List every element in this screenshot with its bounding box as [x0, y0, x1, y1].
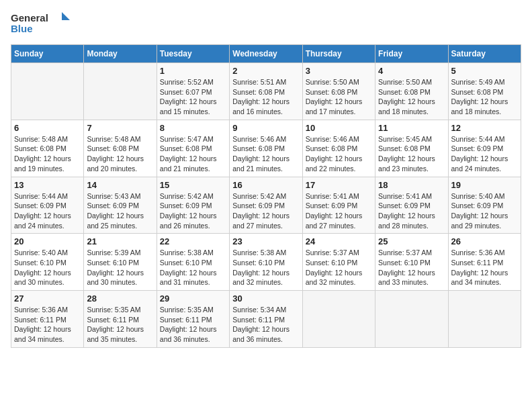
day-info: Sunrise: 5:48 AMSunset: 6:08 PMDaylight:… [87, 134, 153, 174]
day-info: Sunrise: 5:47 AMSunset: 6:08 PMDaylight:… [160, 134, 226, 174]
day-info: Sunrise: 5:50 AMSunset: 6:08 PMDaylight:… [378, 77, 445, 117]
day-info: Sunrise: 5:50 AMSunset: 6:08 PMDaylight:… [306, 77, 372, 117]
calendar-cell [375, 291, 448, 348]
day-number: 8 [160, 123, 226, 133]
calendar-cell: 30Sunrise: 5:34 AMSunset: 6:11 PMDayligh… [230, 291, 302, 348]
day-number: 5 [451, 66, 518, 76]
day-info: Sunrise: 5:41 AMSunset: 6:09 PMDaylight:… [378, 191, 445, 231]
day-info: Sunrise: 5:46 AMSunset: 6:08 PMDaylight:… [306, 134, 372, 174]
day-number: 24 [306, 236, 372, 246]
day-info: Sunrise: 5:40 AMSunset: 6:10 PMDaylight:… [14, 248, 81, 287]
day-number: 11 [378, 123, 445, 133]
weekday-header-monday: Monday [84, 45, 157, 63]
calendar-cell: 23Sunrise: 5:38 AMSunset: 6:10 PMDayligh… [230, 234, 302, 291]
weekday-header-tuesday: Tuesday [157, 45, 229, 63]
weekday-header-thursday: Thursday [302, 45, 375, 63]
day-info: Sunrise: 5:51 AMSunset: 6:08 PMDaylight:… [232, 77, 299, 117]
day-number: 30 [232, 293, 299, 304]
calendar-cell: 18Sunrise: 5:41 AMSunset: 6:09 PMDayligh… [375, 177, 448, 234]
day-number: 21 [87, 236, 153, 246]
calendar-cell: 26Sunrise: 5:36 AMSunset: 6:11 PMDayligh… [448, 234, 521, 291]
calendar-cell: 29Sunrise: 5:35 AMSunset: 6:11 PMDayligh… [157, 291, 229, 348]
weekday-header-saturday: Saturday [448, 45, 521, 63]
calendar-cell: 24Sunrise: 5:37 AMSunset: 6:10 PMDayligh… [302, 234, 375, 291]
day-number: 13 [14, 180, 81, 190]
day-info: Sunrise: 5:52 AMSunset: 6:07 PMDaylight:… [160, 77, 226, 117]
calendar-week-row: 27Sunrise: 5:36 AMSunset: 6:11 PMDayligh… [11, 291, 521, 348]
day-number: 23 [232, 236, 299, 246]
day-number: 28 [87, 293, 153, 304]
day-info: Sunrise: 5:44 AMSunset: 6:09 PMDaylight:… [451, 134, 518, 174]
day-number: 25 [378, 236, 445, 246]
day-number: 27 [14, 293, 81, 304]
calendar-cell [84, 63, 157, 120]
day-info: Sunrise: 5:36 AMSunset: 6:11 PMDaylight:… [14, 305, 81, 345]
day-number: 2 [232, 66, 299, 76]
svg-marker-1 [62, 12, 70, 20]
calendar-week-row: 13Sunrise: 5:44 AMSunset: 6:09 PMDayligh… [11, 177, 521, 234]
day-number: 6 [14, 123, 81, 133]
day-info: Sunrise: 5:39 AMSunset: 6:10 PMDaylight:… [87, 248, 153, 287]
calendar-cell: 20Sunrise: 5:40 AMSunset: 6:10 PMDayligh… [11, 234, 84, 291]
day-info: Sunrise: 5:38 AMSunset: 6:10 PMDaylight:… [232, 248, 299, 287]
day-number: 20 [14, 236, 81, 246]
day-number: 9 [232, 123, 299, 133]
day-info: Sunrise: 5:40 AMSunset: 6:09 PMDaylight:… [451, 191, 518, 231]
calendar-cell: 10Sunrise: 5:46 AMSunset: 6:08 PMDayligh… [302, 120, 375, 177]
day-info: Sunrise: 5:36 AMSunset: 6:11 PMDaylight:… [451, 248, 518, 287]
calendar-cell: 8Sunrise: 5:47 AMSunset: 6:08 PMDaylight… [157, 120, 229, 177]
day-number: 22 [160, 236, 226, 246]
day-number: 17 [306, 180, 372, 190]
day-info: Sunrise: 5:44 AMSunset: 6:09 PMDaylight:… [14, 191, 81, 231]
day-number: 15 [160, 180, 226, 190]
day-info: Sunrise: 5:49 AMSunset: 6:08 PMDaylight:… [451, 77, 518, 117]
day-number: 4 [378, 66, 445, 76]
day-number: 1 [160, 66, 226, 76]
day-info: Sunrise: 5:34 AMSunset: 6:11 PMDaylight:… [232, 305, 299, 345]
calendar-cell: 4Sunrise: 5:50 AMSunset: 6:08 PMDaylight… [375, 63, 448, 120]
calendar-cell: 28Sunrise: 5:35 AMSunset: 6:11 PMDayligh… [84, 291, 157, 348]
weekday-header-wednesday: Wednesday [230, 45, 302, 63]
calendar-cell: 17Sunrise: 5:41 AMSunset: 6:09 PMDayligh… [302, 177, 375, 234]
calendar-cell: 14Sunrise: 5:43 AMSunset: 6:09 PMDayligh… [84, 177, 157, 234]
calendar-cell: 22Sunrise: 5:38 AMSunset: 6:10 PMDayligh… [157, 234, 229, 291]
day-number: 18 [378, 180, 445, 190]
day-info: Sunrise: 5:43 AMSunset: 6:09 PMDaylight:… [87, 191, 153, 231]
calendar-cell: 12Sunrise: 5:44 AMSunset: 6:09 PMDayligh… [448, 120, 521, 177]
calendar-cell [302, 291, 375, 348]
calendar-cell: 9Sunrise: 5:46 AMSunset: 6:08 PMDaylight… [230, 120, 302, 177]
day-info: Sunrise: 5:42 AMSunset: 6:09 PMDaylight:… [232, 191, 299, 231]
day-number: 3 [306, 66, 372, 76]
weekday-header-sunday: Sunday [11, 45, 84, 63]
calendar-cell: 6Sunrise: 5:48 AMSunset: 6:08 PMDaylight… [11, 120, 84, 177]
calendar-cell: 19Sunrise: 5:40 AMSunset: 6:09 PMDayligh… [448, 177, 521, 234]
calendar-cell: 1Sunrise: 5:52 AMSunset: 6:07 PMDaylight… [157, 63, 229, 120]
calendar-cell: 2Sunrise: 5:51 AMSunset: 6:08 PMDaylight… [230, 63, 302, 120]
day-info: Sunrise: 5:37 AMSunset: 6:10 PMDaylight:… [378, 248, 445, 287]
day-info: Sunrise: 5:37 AMSunset: 6:10 PMDaylight:… [306, 248, 372, 287]
calendar-week-row: 20Sunrise: 5:40 AMSunset: 6:10 PMDayligh… [11, 234, 521, 291]
calendar-table: SundayMondayTuesdayWednesdayThursdayFrid… [11, 44, 521, 348]
calendar-cell: 3Sunrise: 5:50 AMSunset: 6:08 PMDaylight… [302, 63, 375, 120]
day-number: 7 [87, 123, 153, 133]
svg-text:Blue: Blue [11, 23, 33, 34]
calendar-cell [11, 63, 84, 120]
calendar-cell: 11Sunrise: 5:45 AMSunset: 6:08 PMDayligh… [375, 120, 448, 177]
calendar-cell: 27Sunrise: 5:36 AMSunset: 6:11 PMDayligh… [11, 291, 84, 348]
day-info: Sunrise: 5:45 AMSunset: 6:08 PMDaylight:… [378, 134, 445, 174]
day-info: Sunrise: 5:38 AMSunset: 6:10 PMDaylight:… [160, 248, 226, 287]
calendar-week-row: 1Sunrise: 5:52 AMSunset: 6:07 PMDaylight… [11, 63, 521, 120]
weekday-header-friday: Friday [375, 45, 448, 63]
calendar-cell [448, 291, 521, 348]
day-number: 26 [451, 236, 518, 246]
calendar-cell: 5Sunrise: 5:49 AMSunset: 6:08 PMDaylight… [448, 63, 521, 120]
calendar-cell: 13Sunrise: 5:44 AMSunset: 6:09 PMDayligh… [11, 177, 84, 234]
calendar-cell: 7Sunrise: 5:48 AMSunset: 6:08 PMDaylight… [84, 120, 157, 177]
day-number: 12 [451, 123, 518, 133]
logo-svg: GeneralBlue [11, 11, 71, 38]
day-info: Sunrise: 5:42 AMSunset: 6:09 PMDaylight:… [160, 191, 226, 231]
calendar-cell: 25Sunrise: 5:37 AMSunset: 6:10 PMDayligh… [375, 234, 448, 291]
day-info: Sunrise: 5:41 AMSunset: 6:09 PMDaylight:… [306, 191, 372, 231]
calendar-week-row: 6Sunrise: 5:48 AMSunset: 6:08 PMDaylight… [11, 120, 521, 177]
day-number: 16 [232, 180, 299, 190]
